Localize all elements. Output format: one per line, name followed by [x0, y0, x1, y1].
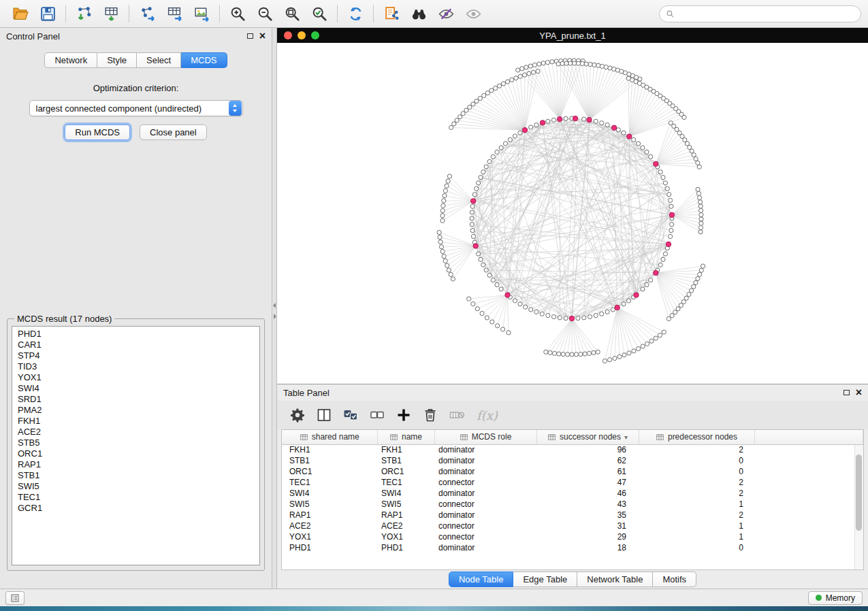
mcds-node-item[interactable]: FKH1 — [12, 416, 259, 427]
table-row[interactable]: STB1STB1dominator620 — [282, 455, 863, 466]
split-panel-button[interactable] — [312, 403, 336, 427]
mcds-node-item[interactable]: STB1 — [12, 470, 259, 481]
control-panel-close-icon[interactable]: × — [259, 31, 266, 42]
table-row[interactable]: ORC1ORC1dominator610 — [282, 466, 863, 477]
mcds-node-item[interactable]: STB5 — [12, 437, 259, 448]
panel-selector-button[interactable] — [5, 591, 25, 605]
export-table-button[interactable] — [161, 2, 188, 25]
mcds-node-item[interactable]: SWI4 — [12, 383, 259, 394]
table-row[interactable]: ACE2ACE2connector311 — [282, 521, 863, 531]
mcds-node-item[interactable]: TID3 — [12, 361, 259, 372]
window-traffic-lights — [277, 31, 319, 39]
optimization-criterion-select[interactable]: largest connected component (undirected) — [29, 100, 243, 116]
table-row[interactable]: FKH1FKH1dominator962 — [282, 444, 863, 455]
duplicate-network-icon — [383, 5, 400, 22]
add-column-button[interactable] — [391, 403, 416, 427]
table-row[interactable]: TEC1TEC1connector472 — [282, 477, 863, 488]
hide-graphics-details-button[interactable] — [432, 2, 460, 25]
mcds-node-item[interactable]: TEC1 — [12, 492, 259, 503]
mcds-node-item[interactable]: STP4 — [12, 350, 259, 361]
column-header-predecessor-nodes[interactable]: predecessor nodes — [639, 430, 754, 444]
tab-mcds[interactable]: MCDS — [181, 52, 227, 68]
column-header-MCDS-role[interactable]: MCDS role — [434, 430, 536, 444]
save-session-icon — [39, 5, 57, 22]
column-header-shared-name[interactable]: shared name — [282, 430, 377, 444]
mcds-node-item[interactable]: RAP1 — [12, 459, 259, 470]
select-all-button[interactable] — [338, 403, 363, 427]
table-panel-title: Table Panel — [283, 388, 843, 398]
export-image-button[interactable] — [188, 2, 215, 25]
search-binoculars-button[interactable] — [405, 2, 432, 25]
mcds-node-item[interactable]: CAR1 — [12, 340, 259, 350]
export-network-button[interactable] — [133, 2, 161, 25]
tab-motifs[interactable]: Motifs — [653, 572, 696, 587]
deselect-all-button[interactable] — [365, 403, 389, 427]
table-scrollbar-thumb[interactable] — [856, 455, 862, 531]
function-builder-button[interactable]: f(x) — [477, 408, 498, 423]
table-row[interactable]: RAP1RAP1dominator352 — [282, 510, 863, 521]
network-window-titlebar[interactable]: YPA_prune.txt_1 — [277, 28, 868, 43]
toolbar-separator — [129, 5, 129, 22]
clear-table-button[interactable] — [445, 403, 469, 427]
table-row[interactable]: YOX1YOX1connector291 — [282, 531, 863, 542]
export-table-icon — [166, 5, 183, 22]
tab-network[interactable]: Network — [44, 52, 97, 68]
network-graph[interactable] — [277, 43, 867, 384]
save-session-button[interactable] — [34, 2, 61, 25]
window-close-button[interactable] — [284, 31, 292, 39]
close-panel-button[interactable]: Close panel — [140, 125, 207, 140]
panel-splitter[interactable] — [272, 28, 277, 589]
deselect-all-icon — [369, 407, 385, 423]
tab-node-table[interactable]: Node Table — [449, 572, 514, 587]
control-panel-float-icon[interactable] — [247, 33, 253, 39]
table-panel-float-icon[interactable] — [843, 390, 850, 395]
network-canvas[interactable] — [277, 43, 868, 384]
column-header-name[interactable]: name — [377, 430, 434, 444]
toolbar-separator — [337, 5, 338, 22]
tab-style[interactable]: Style — [97, 52, 137, 68]
table-row[interactable]: PHD1PHD1dominator180 — [282, 542, 863, 553]
duplicate-network-button[interactable] — [378, 2, 405, 25]
mcds-node-item[interactable]: PHD1 — [12, 329, 259, 340]
table-row[interactable]: SWI4SWI4dominator462 — [282, 488, 863, 499]
zoom-out-icon — [257, 5, 274, 22]
window-zoom-button[interactable] — [311, 31, 319, 39]
import-table-button[interactable] — [97, 2, 125, 25]
table-panel-close-icon[interactable]: × — [856, 387, 862, 398]
splitter-grip-icon[interactable] — [272, 303, 277, 319]
table-row[interactable]: SWI5SWI5connector431 — [282, 499, 863, 510]
search-input[interactable] — [677, 7, 854, 21]
table-scrollbar[interactable] — [854, 445, 863, 569]
mcds-result-list[interactable]: PHD1CAR1STP4TID3YOX1SWI4SRD1PMA2FKH1ACE2… — [12, 326, 260, 565]
zoom-fit-button[interactable] — [278, 2, 306, 25]
mcds-node-item[interactable]: GCR1 — [12, 503, 259, 514]
toolbar-separator — [65, 5, 66, 22]
import-network-button[interactable] — [70, 2, 97, 25]
memory-button[interactable]: Memory — [808, 591, 863, 605]
tab-select[interactable]: Select — [137, 52, 181, 68]
table-settings-gear-button[interactable] — [285, 403, 310, 427]
mcds-node-item[interactable]: SRD1 — [12, 394, 259, 405]
zoom-in-button[interactable] — [224, 2, 251, 25]
control-panel-header: Control Panel × — [0, 28, 272, 44]
table-settings-gear-icon — [289, 407, 306, 423]
mcds-node-item[interactable]: PMA2 — [12, 405, 259, 416]
mcds-node-item[interactable]: ACE2 — [12, 427, 259, 437]
right-column: YPA_prune.txt_1 Table Panel × f(x) — [277, 28, 868, 589]
tab-edge-table[interactable]: Edge Table — [513, 572, 577, 587]
control-panel-title: Control Panel — [6, 31, 247, 42]
delete-column-button[interactable] — [418, 403, 443, 427]
zoom-selected-button[interactable] — [306, 2, 333, 25]
mcds-node-item[interactable]: ORC1 — [12, 448, 259, 459]
open-file-button[interactable] — [7, 2, 34, 25]
column-header-successor-nodes[interactable]: successor nodes▾ — [536, 430, 639, 444]
optimization-criterion-value: largest connected component (undirected) — [30, 103, 229, 114]
zoom-out-button[interactable] — [251, 2, 278, 25]
window-minimize-button[interactable] — [298, 31, 306, 39]
mcds-node-item[interactable]: YOX1 — [12, 372, 259, 383]
mcds-node-item[interactable]: SWI5 — [12, 481, 259, 492]
apply-layout-button[interactable] — [342, 2, 369, 25]
run-mcds-button[interactable]: Run MCDS — [65, 125, 130, 140]
tab-network-table[interactable]: Network Table — [577, 572, 653, 587]
show-graphics-details-button[interactable] — [460, 2, 487, 25]
